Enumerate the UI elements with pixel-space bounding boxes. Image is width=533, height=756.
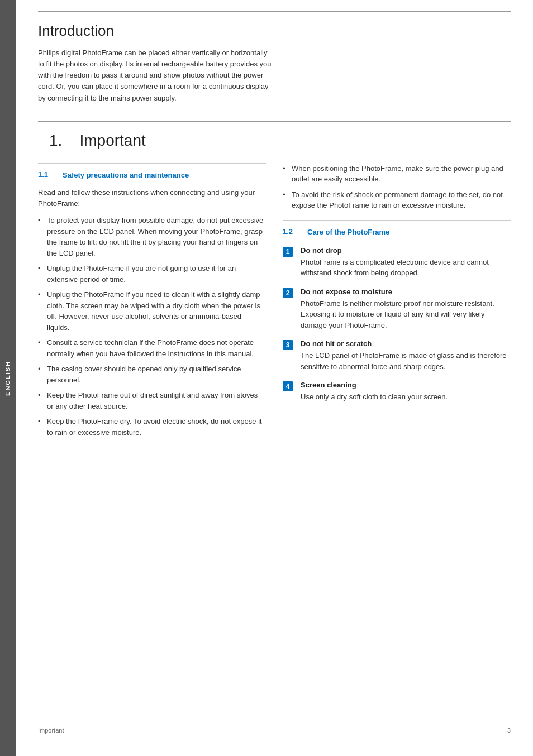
col-right: When positioning the PhotoFrame, make su… (283, 163, 511, 443)
bullet-item: Consult a service technician if the Phot… (38, 337, 266, 359)
bullet-item: The casing cover should be opened only b… (38, 363, 266, 385)
care-item-2-number: 2 (283, 288, 293, 298)
footer-right: 3 (507, 727, 511, 734)
subsection-1-1-bullets: To protect your display from possible da… (38, 215, 266, 438)
care-item-3-title: Do not hit or scratch (301, 339, 511, 348)
side-tab: ENGLISH (0, 0, 16, 756)
care-item-3-body: The LCD panel of PhotoFrame is made of g… (301, 350, 511, 372)
subsection-1-1-number: 1.1 (38, 170, 54, 180)
bullet-item: To protect your display from possible da… (38, 215, 266, 259)
right-bullet-item: To avoid the risk of shock or permanent … (283, 189, 511, 211)
right-bullet-list: When positioning the PhotoFrame, make su… (283, 163, 511, 211)
subsection-1-2-title: Care of the PhotoFrame (307, 227, 389, 237)
intro-section: Introduction Philips digital PhotoFrame … (38, 22, 511, 104)
subsection-1-1-rule (38, 163, 266, 164)
care-item-1: 1 Do not drop PhotoFrame is a complicate… (283, 246, 511, 279)
section-1-title: 1. Important (38, 132, 511, 150)
main-content: Introduction Philips digital PhotoFrame … (16, 0, 533, 756)
bullet-item: Unplug the PhotoFrame if you are not goi… (38, 263, 266, 285)
section-1: 1. Important 1.1 Safety precautions and … (38, 132, 511, 443)
care-item-3-number: 3 (283, 340, 293, 350)
care-item-1-title: Do not drop (301, 246, 511, 255)
care-item-2-content: Do not expose to moisture PhotoFrame is … (301, 288, 511, 331)
care-item-4-body: Use only a dry soft cloth to clean your … (301, 391, 511, 403)
care-item-2-title: Do not expose to moisture (301, 288, 511, 296)
care-item-3: 3 Do not hit or scratch The LCD panel of… (283, 339, 511, 372)
intro-body: Philips digital PhotoFrame can be placed… (38, 47, 273, 104)
care-item-1-body: PhotoFrame is a complicated electronic d… (301, 257, 511, 279)
subsection-1-1-intro: Read and follow these instructions when … (38, 187, 266, 209)
two-column-layout: 1.1 Safety precautions and maintenance R… (38, 163, 511, 443)
subsection-1-2-number: 1.2 (283, 227, 298, 237)
section-rule (38, 121, 511, 122)
care-item-2: 2 Do not expose to moisture PhotoFrame i… (283, 288, 511, 331)
care-item-4: 4 Screen cleaning Use only a dry soft cl… (283, 381, 511, 403)
top-rule (38, 11, 511, 12)
care-item-4-title: Screen cleaning (301, 381, 511, 389)
col-left: 1.1 Safety precautions and maintenance R… (38, 163, 266, 443)
footer: Important 3 (38, 722, 511, 734)
care-item-1-content: Do not drop PhotoFrame is a complicated … (301, 246, 511, 279)
side-tab-label: ENGLISH (4, 361, 11, 396)
subsection-1-1-title: Safety precautions and maintenance (63, 170, 189, 180)
bullet-item: Keep the PhotoFrame out of direct sunlig… (38, 390, 266, 412)
right-bullets: When positioning the PhotoFrame, make su… (283, 163, 511, 211)
footer-left: Important (38, 727, 64, 734)
intro-title: Introduction (38, 22, 511, 40)
bullet-item: Keep the PhotoFrame dry. To avoid electr… (38, 416, 266, 438)
care-header: 1.2 Care of the PhotoFrame (283, 227, 511, 237)
care-item-3-content: Do not hit or scratch The LCD panel of P… (301, 339, 511, 372)
care-item-1-number: 1 (283, 247, 293, 257)
right-bullet-item: When positioning the PhotoFrame, make su… (283, 163, 511, 185)
care-rule (283, 220, 511, 221)
care-item-4-content: Screen cleaning Use only a dry soft clot… (301, 381, 511, 403)
care-item-4-number: 4 (283, 381, 293, 391)
care-item-2-body: PhotoFrame is neither moisture proof nor… (301, 298, 511, 331)
subsection-1-1-header: 1.1 Safety precautions and maintenance (38, 170, 266, 180)
bullet-item: Unplug the PhotoFrame if you need to cle… (38, 289, 266, 333)
